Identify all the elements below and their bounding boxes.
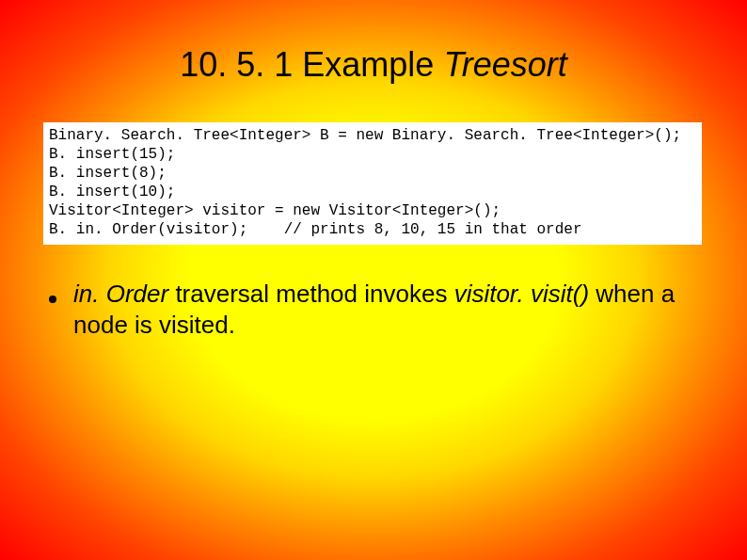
bullet-list: in. Order traversal method invokes visit… bbox=[38, 279, 709, 340]
bullet-italic-1: in. Order bbox=[73, 280, 168, 308]
title-suffix: Treesort bbox=[443, 45, 566, 84]
code-line: B. insert(8); bbox=[49, 164, 696, 183]
bullet-item: in. Order traversal method invokes visit… bbox=[49, 279, 709, 340]
code-line: Binary. Search. Tree<Integer> B = new Bi… bbox=[49, 126, 696, 145]
code-line: B. insert(10); bbox=[49, 183, 696, 201]
bullet-dot-icon bbox=[49, 296, 56, 303]
bullet-italic-2: visitor. visit() bbox=[454, 280, 589, 308]
code-line: Visitor<Integer> visitor = new Visitor<I… bbox=[49, 201, 696, 220]
bullet-plain-1: traversal method invokes bbox=[168, 280, 453, 308]
slide: 10. 5. 1 Example Treesort Binary. Search… bbox=[0, 0, 747, 560]
slide-title: 10. 5. 1 Example Treesort bbox=[38, 45, 709, 85]
code-line: B. insert(15); bbox=[49, 145, 696, 164]
title-prefix: 10. 5. 1 Example bbox=[180, 45, 443, 84]
code-line: B. in. Order(visitor); // prints 8, 10, … bbox=[49, 220, 696, 239]
bullet-text: in. Order traversal method invokes visit… bbox=[73, 279, 709, 340]
code-block: Binary. Search. Tree<Integer> B = new Bi… bbox=[43, 122, 702, 245]
